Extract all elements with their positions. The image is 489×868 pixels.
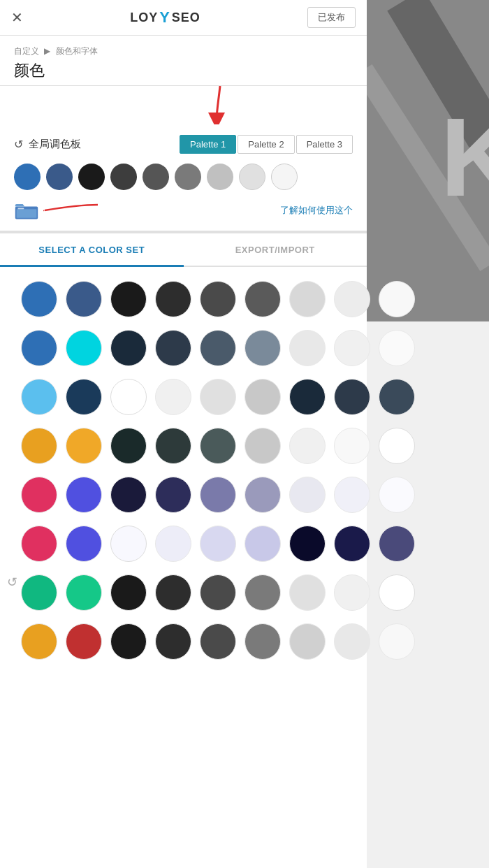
folder-icon-button[interactable]	[14, 200, 39, 221]
cs-row6-swatch-7[interactable]	[289, 526, 326, 562]
cs-row8-swatch-2[interactable]	[66, 623, 102, 660]
cs-row3-swatch-9[interactable]	[379, 379, 415, 415]
publish-button[interactable]: 已发布	[307, 7, 356, 28]
cs-row2-swatch-3[interactable]	[110, 330, 147, 366]
cs-row6-swatch-8[interactable]	[334, 526, 370, 562]
side-refresh-icon[interactable]: ↺	[7, 574, 17, 590]
cs-row8-swatch-3[interactable]	[110, 623, 147, 660]
cs-row5-swatch-8[interactable]	[334, 477, 370, 513]
cs-row4-swatch-4[interactable]	[155, 428, 191, 464]
cs-row6-swatch-2[interactable]	[66, 526, 102, 562]
cs-row4-swatch-2[interactable]	[66, 428, 102, 464]
cs-row1-swatch-3[interactable]	[110, 281, 147, 317]
cs-row7-swatch-2[interactable]	[66, 574, 102, 611]
cs-row8-swatch-8[interactable]	[334, 623, 370, 660]
cs-row7-swatch-3[interactable]	[110, 574, 147, 611]
color-set-row-7	[21, 574, 346, 611]
close-button[interactable]: ✕	[11, 9, 23, 26]
cs-row1-swatch-8[interactable]	[334, 281, 370, 317]
cs-row7-swatch-5[interactable]	[200, 574, 236, 611]
palette-swatch-5[interactable]	[143, 164, 169, 190]
cs-row3-swatch-7[interactable]	[289, 379, 326, 415]
cs-row6-swatch-3[interactable]	[110, 526, 147, 562]
cs-row4-swatch-3[interactable]	[110, 428, 147, 464]
cs-row2-swatch-1[interactable]	[21, 330, 57, 366]
palette-swatch-2[interactable]	[46, 164, 73, 190]
cs-row3-swatch-5[interactable]	[200, 379, 236, 415]
color-set-row-4	[21, 428, 346, 464]
cs-row7-swatch-6[interactable]	[245, 574, 281, 611]
cs-row5-swatch-6[interactable]	[245, 477, 281, 513]
tab-select-color-set[interactable]: SELECT A COLOR SET	[0, 233, 184, 267]
cs-row8-swatch-7[interactable]	[289, 623, 326, 660]
cs-row8-swatch-9[interactable]	[379, 623, 415, 660]
cs-row3-swatch-4[interactable]	[155, 379, 191, 415]
cs-row3-swatch-2[interactable]	[66, 379, 102, 415]
palette-swatch-4[interactable]	[110, 164, 137, 190]
cs-row6-swatch-4[interactable]	[155, 526, 191, 562]
cs-row1-swatch-9[interactable]	[379, 281, 415, 317]
cs-row8-swatch-5[interactable]	[200, 623, 236, 660]
cs-row1-swatch-4[interactable]	[155, 281, 191, 317]
cs-row6-swatch-9[interactable]	[379, 526, 415, 562]
palette-tab-2[interactable]: Palette 2	[238, 135, 294, 154]
palette-swatch-1[interactable]	[14, 164, 41, 190]
cs-row1-swatch-6[interactable]	[245, 281, 281, 317]
cs-row2-swatch-8[interactable]	[334, 330, 370, 366]
cs-row4-swatch-1[interactable]	[21, 428, 57, 464]
cs-row4-swatch-5[interactable]	[200, 428, 236, 464]
cs-row7-swatch-9[interactable]	[379, 574, 415, 611]
color-set-row-5	[21, 477, 346, 513]
palette-swatch-7[interactable]	[207, 164, 233, 190]
cs-row5-swatch-5[interactable]	[200, 477, 236, 513]
cs-row8-swatch-1[interactable]	[21, 623, 57, 660]
cs-row5-swatch-3[interactable]	[110, 477, 147, 513]
cs-row2-swatch-9[interactable]	[379, 330, 415, 366]
cs-row1-swatch-5[interactable]	[200, 281, 236, 317]
color-set-row-3	[21, 379, 346, 415]
cs-row2-swatch-7[interactable]	[289, 330, 326, 366]
cs-row2-swatch-4[interactable]	[155, 330, 191, 366]
cs-row5-swatch-9[interactable]	[379, 477, 415, 513]
cs-row3-swatch-3[interactable]	[110, 379, 147, 415]
cs-row7-swatch-7[interactable]	[289, 574, 326, 611]
cs-row5-swatch-7[interactable]	[289, 477, 326, 513]
breadcrumb-part2[interactable]: 颜色和字体	[56, 46, 98, 56]
cs-row4-swatch-9[interactable]	[379, 428, 415, 464]
cs-row4-swatch-8[interactable]	[334, 428, 370, 464]
palette-swatch-6[interactable]	[175, 164, 201, 190]
palette-refresh-icon[interactable]: ↺	[14, 138, 23, 151]
cs-row2-swatch-6[interactable]	[245, 330, 281, 366]
palette-swatch-9[interactable]	[271, 164, 298, 190]
cs-row4-swatch-7[interactable]	[289, 428, 326, 464]
cs-row6-swatch-5[interactable]	[200, 526, 236, 562]
palette-tab-1[interactable]: Palette 1	[180, 135, 236, 154]
cs-row4-swatch-6[interactable]	[245, 428, 281, 464]
cs-row6-swatch-6[interactable]	[245, 526, 281, 562]
cs-row3-swatch-1[interactable]	[21, 379, 57, 415]
cs-row7-swatch-8[interactable]	[334, 574, 370, 611]
cs-row6-swatch-1[interactable]	[21, 526, 57, 562]
tab-export-import[interactable]: EXPORT/IMPORT	[184, 233, 367, 267]
cs-row1-swatch-1[interactable]	[21, 281, 57, 317]
cs-row1-swatch-2[interactable]	[66, 281, 102, 317]
palette-tab-3[interactable]: Palette 3	[296, 135, 353, 154]
breadcrumb-part1[interactable]: 自定义	[14, 46, 39, 56]
palette-swatch-8[interactable]	[239, 164, 265, 190]
cs-row2-swatch-2[interactable]	[66, 330, 102, 366]
cs-row5-swatch-1[interactable]	[21, 477, 57, 513]
cs-row3-swatch-8[interactable]	[334, 379, 370, 415]
cs-row7-swatch-1[interactable]	[21, 574, 57, 611]
cs-row2-swatch-5[interactable]	[200, 330, 236, 366]
learn-link[interactable]: 了解如何使用这个	[280, 204, 353, 217]
palette-swatch-3[interactable]	[78, 164, 105, 190]
modal-tabs: SELECT A COLOR SET EXPORT/IMPORT	[0, 233, 367, 267]
cs-row1-swatch-7[interactable]	[289, 281, 326, 317]
cs-row5-swatch-4[interactable]	[155, 477, 191, 513]
cs-row8-swatch-6[interactable]	[245, 623, 281, 660]
cs-row8-swatch-4[interactable]	[155, 623, 191, 660]
cs-row3-swatch-6[interactable]	[245, 379, 281, 415]
cs-row5-swatch-2[interactable]	[66, 477, 102, 513]
cs-row7-swatch-4[interactable]	[155, 574, 191, 611]
svg-rect-5	[17, 209, 37, 218]
